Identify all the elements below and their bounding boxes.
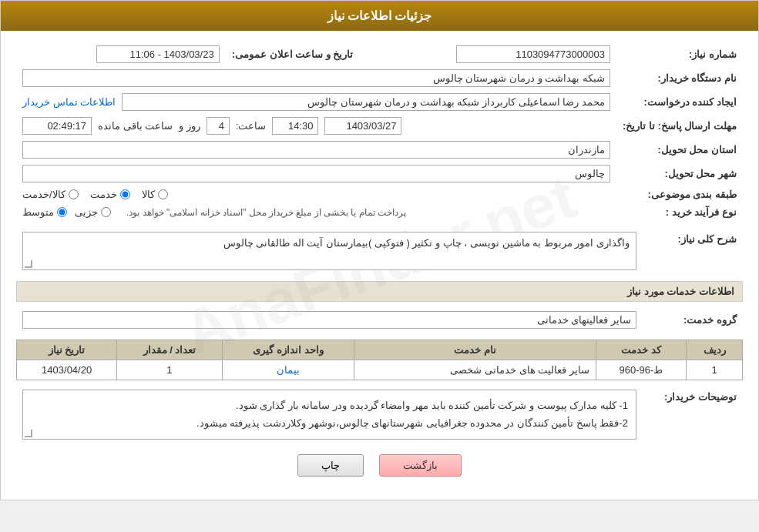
services-table: ردیف کد خدمت نام خدمت واحد اندازه گیری ت… bbox=[16, 340, 743, 380]
need-description-box: واگذاری امور مربوط به ماشین نویسی ، چاپ … bbox=[22, 232, 636, 270]
contact-link[interactable]: اطلاعات تماس خریدار bbox=[22, 96, 116, 108]
buyer-name-value: شبکه بهداشت و درمان شهرستان چالوس bbox=[22, 69, 610, 87]
service-group-value: سایر فعالیتهای خدماتی bbox=[22, 311, 636, 329]
services-section-title: اطلاعات خدمات مورد نیاز bbox=[16, 281, 743, 302]
page-header: جزئیات اطلاعات نیاز bbox=[1, 1, 758, 31]
need-description-label: شرح کلی نیاز: bbox=[643, 229, 743, 273]
print-button[interactable]: چاپ bbox=[297, 454, 364, 477]
deadline-remaining-label: ساعت باقی مانده bbox=[98, 120, 173, 132]
announce-label: تاریخ و ساعت اعلان عمومی: bbox=[226, 42, 360, 66]
deadline-time: 14:30 bbox=[272, 117, 318, 135]
buyer-notes-line1: 1- کلیه مدارک پیوست و شرکت تأمین کننده ب… bbox=[31, 396, 628, 414]
purchase-type-motavaset[interactable]: متوسط bbox=[22, 206, 67, 218]
col-header-qty: تعداد / مقدار bbox=[117, 340, 222, 360]
cell-unit: بیمان bbox=[222, 360, 354, 380]
deadline-days: 4 bbox=[207, 117, 230, 135]
service-group-table: گروه خدمت: سایر فعالیتهای خدماتی bbox=[16, 308, 743, 332]
buyer-name-label: نام دستگاه خریدار: bbox=[616, 66, 743, 90]
purchase-type-radio-group: متوسط جزیی bbox=[22, 206, 111, 218]
cell-date: 1403/04/20 bbox=[17, 360, 117, 380]
page-title: جزئیات اطلاعات نیاز bbox=[327, 9, 432, 22]
need-description-table: شرح کلی نیاز: واگذاری امور مربوط به ماشی… bbox=[16, 229, 743, 273]
city-label: شهر محل تحویل: bbox=[616, 162, 743, 186]
deadline-date: 1403/03/27 bbox=[324, 117, 401, 135]
cell-qty: 1 bbox=[117, 360, 222, 380]
col-header-unit: واحد اندازه گیری bbox=[222, 340, 354, 360]
category-radio-group: کالا/خدمت خدمت کالا bbox=[22, 189, 610, 200]
col-header-code: کد خدمت bbox=[596, 340, 686, 360]
cell-name: سایر فعالیت های خدماتی شخصی bbox=[354, 360, 596, 380]
request-number-value: 1103094773000003 bbox=[456, 45, 610, 63]
purchase-type-jozii[interactable]: جزیی bbox=[75, 206, 111, 218]
category-option-kala-khedmat[interactable]: کالا/خدمت bbox=[22, 189, 79, 200]
deadline-remaining: 02:49:17 bbox=[22, 117, 92, 135]
buyer-notes-label: توضیحات خریدار: bbox=[643, 386, 743, 443]
resize-handle-notes[interactable] bbox=[25, 430, 32, 437]
city-value: چالوس bbox=[22, 165, 610, 182]
action-buttons: بازگشت چاپ bbox=[16, 454, 743, 477]
cell-code: ط-96-960 bbox=[596, 360, 686, 380]
purchase-note: پرداخت تمام یا بخشی از مبلغ خریداز محل "… bbox=[126, 207, 406, 218]
col-header-row: ردیف bbox=[687, 340, 743, 360]
deadline-label: مهلت ارسال پاسخ: تا تاریخ: bbox=[616, 114, 743, 138]
col-header-date: تاریخ نیاز bbox=[17, 340, 117, 360]
resize-handle[interactable] bbox=[25, 260, 32, 268]
category-label: طبقه بندی موضوعی: bbox=[616, 186, 743, 203]
purchase-type-label: نوع فرآیند خرید : bbox=[616, 203, 743, 221]
category-option-kala[interactable]: کالا bbox=[142, 189, 168, 200]
category-option-khedmat[interactable]: خدمت bbox=[90, 189, 130, 200]
province-label: استان محل تحویل: bbox=[616, 138, 743, 162]
province-value: مازندران bbox=[22, 141, 610, 159]
creator-value: محمد رضا اسماعیلی کاربرداز شبکه بهداشت و… bbox=[122, 93, 610, 111]
need-description-text: واگذاری امور مربوط به ماشین نویسی ، چاپ … bbox=[223, 237, 630, 249]
col-header-name: نام خدمت bbox=[354, 340, 596, 360]
announce-value: 1403/03/23 - 11:06 bbox=[96, 45, 220, 63]
table-row: 1 ط-96-960 سایر فعالیت های خدماتی شخصی ب… bbox=[17, 360, 743, 380]
buyer-notes-box: 1- کلیه مدارک پیوست و شرکت تأمین کننده ب… bbox=[22, 390, 636, 440]
buyer-notes-line2: 2-فقط پاسخ تأمین کنندگان در محدوده جغراف… bbox=[31, 414, 628, 432]
request-number-label: شماره نیاز: bbox=[616, 42, 743, 66]
deadline-days-label: روز و bbox=[179, 120, 200, 132]
buyer-notes-table: توضیحات خریدار: 1- کلیه مدارک پیوست و شر… bbox=[16, 386, 743, 443]
deadline-time-label: ساعت: bbox=[236, 120, 267, 132]
main-info-table: شماره نیاز: 1103094773000003 تاریخ و ساع… bbox=[16, 42, 743, 221]
service-group-label: گروه خدمت: bbox=[643, 308, 743, 332]
back-button[interactable]: بازگشت bbox=[379, 454, 462, 477]
creator-label: ایجاد کننده درخواست: bbox=[616, 90, 743, 114]
cell-row-num: 1 bbox=[687, 360, 743, 380]
